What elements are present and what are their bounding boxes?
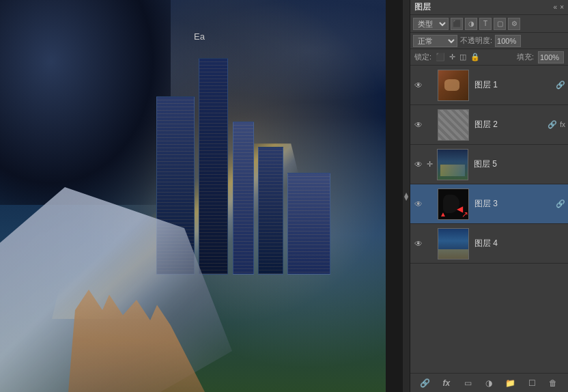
layer3-name: 图层 3 [472, 198, 553, 210]
lock-artboard-icon[interactable]: ◫ [459, 53, 466, 61]
layer2-name: 图层 2 [472, 119, 545, 130]
layer5-thumbnail [437, 149, 468, 180]
layer2-visibility-icon[interactable]: 👁 [413, 120, 424, 130]
opacity-label: 不透明度: [460, 36, 492, 46]
layer1-name: 图层 1 [472, 79, 553, 91]
fill-input[interactable] [538, 51, 564, 64]
fill-label: 填充: [517, 52, 534, 62]
lock-checkerboard-icon[interactable]: ⬛ [436, 53, 445, 61]
add-adjustment-button[interactable]: ◑ [481, 376, 496, 391]
filter-icon-text[interactable]: T [479, 18, 492, 30]
layer4-thumbnail [438, 228, 469, 260]
add-mask-button[interactable]: ▭ [460, 376, 475, 391]
filter-icon-adjust[interactable]: ◑ [465, 18, 477, 30]
right-edge-strip: ◀▶ [403, 0, 410, 392]
building-5 [287, 173, 330, 275]
main-container: Ea ◀▶ 图层 « × 类型 ⬛ ◑ T ▢ ⚙ 正常 [0, 0, 568, 392]
canvas-area: Ea [0, 0, 386, 392]
layer-item-layer1[interactable]: 👁 图层 1 🔗 [410, 66, 568, 105]
blend-row: 正常 不透明度: [410, 33, 568, 49]
layers-panel: 图层 « × 类型 ⬛ ◑ T ▢ ⚙ 正常 不透明度: [410, 0, 568, 392]
add-fx-button[interactable]: fx [439, 376, 454, 391]
layer4-visibility-icon[interactable]: 👁 [413, 238, 424, 249]
layer-item-layer3[interactable]: 👁 ▲ 图层 3 ◀ ↗ 🔗 [410, 184, 568, 224]
layer1-link-icon[interactable]: 🔗 [556, 81, 565, 89]
blend-mode-select[interactable]: 正常 [413, 35, 457, 47]
lock-padlock-icon[interactable]: 🔒 [470, 53, 480, 61]
layer5-move-indicator: ✛ [427, 160, 433, 169]
new-layer-button[interactable]: ☐ [524, 376, 539, 391]
link-layers-button[interactable]: 🔗 [418, 376, 433, 391]
building-2 [199, 58, 229, 275]
layer5-visibility-icon[interactable]: 👁 [413, 159, 424, 170]
layer2-fx-badge: fx [560, 121, 565, 128]
panel-header-icons: « × [554, 3, 564, 11]
panel-collapse-button[interactable]: « [554, 3, 558, 11]
opacity-input[interactable] [495, 35, 521, 47]
red-arrow-indicator2: ↗ [462, 210, 468, 219]
panel-close-button[interactable]: × [560, 3, 564, 11]
lock-row: 锁定: ⬛ ✛ ◫ 🔒 填充: [410, 49, 568, 66]
layer-item-layer2[interactable]: 👁 图层 2 🔗 fx [410, 105, 568, 145]
panel-title: 图层 [414, 1, 431, 13]
building-3 [233, 122, 254, 275]
layer1-thumbnail [438, 70, 469, 101]
delete-layer-button[interactable]: 🗑 [545, 376, 560, 391]
red-arrow-left: ▲ [440, 210, 446, 218]
filter-icon-smart[interactable]: ⚙ [508, 18, 520, 30]
filter-type-select[interactable]: 类型 [413, 18, 449, 30]
layer3-link-icon[interactable]: 🔗 [556, 199, 565, 208]
ea-label: Ea [194, 31, 205, 42]
layer-item-layer5[interactable]: 👁 ✛ 图层 5 [410, 145, 568, 184]
panel-bottom-toolbar: 🔗 fx ▭ ◑ 📁 ☐ 🗑 [410, 373, 568, 392]
layers-list[interactable]: 👁 图层 1 🔗 👁 图层 2 🔗 fx 👁 ✛ [410, 66, 568, 373]
lock-move-icon[interactable]: ✛ [449, 53, 455, 61]
layer1-visibility-icon[interactable]: 👁 [413, 80, 424, 91]
filter-icon-pixel[interactable]: ⬛ [451, 18, 463, 30]
panel-header: 图层 « × [410, 0, 568, 15]
edge-arrow: ◀▶ [403, 192, 410, 200]
layer-item-layer4[interactable]: 👁 图层 4 [410, 224, 568, 264]
layer4-name: 图层 4 [472, 238, 565, 249]
filter-row: 类型 ⬛ ◑ T ▢ ⚙ [410, 15, 568, 33]
layer3-visibility-icon[interactable]: 👁 [413, 199, 424, 210]
building-4 [258, 147, 283, 275]
new-group-button[interactable]: 📁 [503, 376, 518, 391]
lock-label: 锁定: [414, 52, 431, 62]
filter-icon-shape[interactable]: ▢ [494, 18, 506, 30]
layer5-name: 图层 5 [471, 158, 565, 170]
layer2-link-icon[interactable]: 🔗 [548, 120, 557, 129]
layer2-thumbnail [438, 109, 469, 141]
